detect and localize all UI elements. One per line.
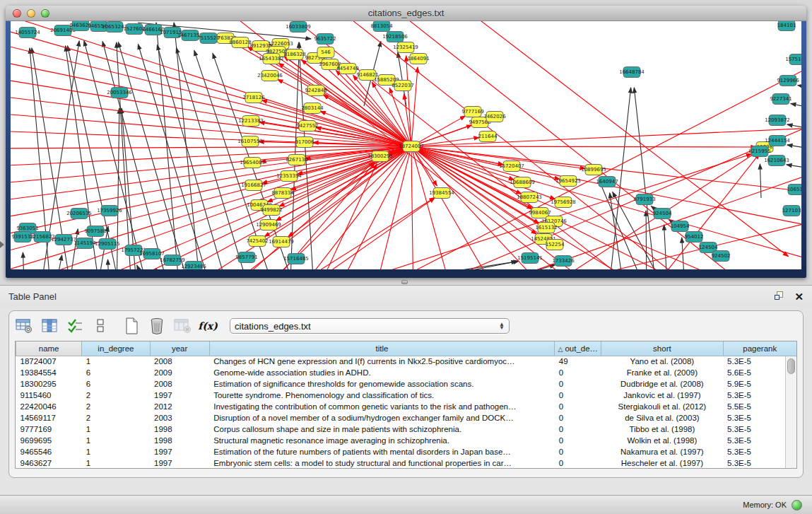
table-row[interactable]: 1830029562008Estimation of significance …	[16, 378, 797, 390]
network-node[interactable]: 9635722	[314, 34, 336, 45]
network-node[interactable]: 19166827	[241, 180, 266, 191]
network-node[interactable]: 17359926	[97, 206, 122, 216]
network-node[interactable]: 20206535	[66, 209, 92, 219]
network-node[interactable]: 8878334	[271, 188, 294, 199]
table-row[interactable]: 1872400712008Changes of HCN gene express…	[16, 356, 797, 367]
table-row[interactable]: 2242004622012Investigating the contribut…	[16, 401, 797, 412]
network-node[interactable]: 152254	[546, 240, 565, 250]
network-node[interactable]: 106510	[787, 185, 801, 195]
network-node[interactable]: 1733426	[552, 256, 575, 267]
network-node[interactable]: 9129966	[777, 76, 799, 86]
network-window[interactable]: citations_edges.txt 12213383161075531965…	[6, 6, 806, 278]
network-node[interactable]: 9242848	[305, 86, 326, 96]
scrollbar-thumb[interactable]	[787, 358, 795, 374]
float-window-icon[interactable]	[775, 291, 784, 301]
network-node[interactable]: 1615132	[535, 223, 557, 233]
network-node[interactable]: 8860128	[229, 37, 251, 48]
table-row[interactable]: 946554611997Estimation of the future num…	[16, 446, 797, 457]
network-node[interactable]: 12325419	[393, 42, 418, 53]
network-node[interactable]: 15751074	[785, 54, 801, 65]
memory-status-indicator[interactable]	[792, 500, 802, 510]
network-node[interactable]: 8813054	[370, 21, 393, 32]
network-node[interactable]: 127103	[782, 206, 801, 216]
delete-table-icon[interactable]	[148, 317, 166, 334]
network-node[interactable]: 14055724	[15, 28, 40, 38]
vertical-scrollbar[interactable]	[785, 356, 796, 468]
network-node[interactable]: 1640947	[596, 177, 618, 187]
network-node[interactable]: 7462026	[483, 112, 506, 122]
network-node[interactable]: 19654923	[555, 176, 581, 187]
window-titlebar[interactable]: citations_edges.txt	[6, 6, 806, 21]
network-node[interactable]: 1145194	[73, 238, 96, 249]
zoom-button[interactable]	[41, 9, 49, 18]
network-node[interactable]: 8791933	[633, 194, 655, 205]
column-header-title[interactable]: title	[209, 341, 555, 356]
network-node[interactable]: 546	[317, 47, 334, 58]
network-node[interactable]: 8454749	[336, 64, 358, 74]
network-node[interactable]: 12213383	[238, 116, 264, 127]
network-node[interactable]: 9227341	[770, 94, 792, 105]
network-node[interactable]: 16914479	[269, 237, 294, 247]
network-node[interactable]: 2718126	[242, 93, 265, 103]
network-node[interactable]: 211644	[478, 132, 498, 142]
column-header-year[interactable]: year	[150, 341, 209, 356]
network-node[interactable]: 9777169	[461, 107, 483, 117]
split-resize-grip[interactable]	[401, 280, 408, 284]
network-node[interactable]: 16107553	[237, 136, 263, 147]
network-node[interactable]: 1864091	[407, 54, 429, 64]
network-node[interactable]: 7425402	[246, 236, 268, 247]
network-node[interactable]: 23420046	[257, 71, 283, 81]
network-node[interactable]: 9427552	[296, 121, 318, 132]
network-node[interactable]: 9097588	[84, 226, 106, 237]
table-options-icon[interactable]	[15, 317, 33, 334]
network-canvas[interactable]: 1221338316107553196540831916682710046748…	[11, 21, 801, 269]
minimize-button[interactable]	[27, 9, 35, 18]
table-row[interactable]: 969969511998Structural magnetic resonanc…	[16, 435, 797, 446]
network-node[interactable]: 15195141	[517, 253, 543, 264]
network-node[interactable]: 9499822	[260, 205, 282, 216]
table-row[interactable]: 1938455462009Genome-wide association stu…	[16, 367, 797, 378]
table-row[interactable]: 911546021997Tourette syndrome. Phenomeno…	[16, 390, 797, 401]
new-table-icon[interactable]	[122, 317, 141, 334]
table-select-dropdown[interactable]: citations_edges.txt ▲▼	[230, 318, 510, 334]
select-columns-icon[interactable]	[66, 317, 84, 334]
column-header-short[interactable]: short	[601, 341, 723, 356]
network-node[interactable]: 8267130	[286, 155, 307, 165]
close-button[interactable]	[13, 9, 21, 18]
network-node[interactable]: 917006	[295, 137, 314, 148]
network-node[interactable]: 7515527	[197, 33, 219, 44]
network-node[interactable]: 104954	[671, 221, 690, 232]
column-header-pagerank[interactable]: pagerank	[723, 341, 796, 356]
row-height-icon[interactable]	[91, 317, 110, 334]
show-columns-icon[interactable]	[40, 317, 59, 334]
network-node[interactable]: 16648784	[619, 67, 645, 78]
network-node[interactable]: 954012	[685, 232, 704, 243]
network-node[interactable]: 924504	[653, 209, 672, 219]
function-builder-icon[interactable]: f(x)	[199, 317, 217, 334]
network-node[interactable]: 8215955	[748, 146, 770, 157]
network-node[interactable]: 12905115	[95, 239, 120, 250]
network-node[interactable]: 16033809	[286, 22, 311, 33]
network-node[interactable]: 15716485	[283, 254, 309, 264]
close-icon[interactable]: ✕	[794, 291, 804, 302]
network-node[interactable]: 2803144	[301, 103, 324, 114]
column-header-out_degree[interactable]: △out_de…	[555, 341, 601, 356]
network-node[interactable]: 924502	[712, 251, 731, 262]
network-node[interactable]: 16210643	[764, 156, 789, 166]
table-row[interactable]: 1456911722003Disruption of a novel membe…	[16, 412, 797, 424]
table-row[interactable]: 977716911998Corpus callosum shape and si…	[16, 424, 797, 435]
network-node[interactable]: 184101	[777, 21, 796, 31]
network-node[interactable]: 10688609	[510, 177, 535, 188]
network-node[interactable]: 12353394	[276, 171, 302, 182]
network-node[interactable]: 8186328	[283, 49, 305, 60]
network-node[interactable]: 19384554	[429, 188, 454, 199]
collapsed-panel-arrow-icon[interactable]	[0, 241, 4, 248]
column-header-name[interactable]: name	[16, 341, 82, 356]
network-node[interactable]: 8522037	[392, 81, 413, 91]
network-node[interactable]: 15720407	[499, 161, 524, 172]
network-node[interactable]: 19218506	[382, 32, 408, 42]
table-row[interactable]: 946362711997Embryonic stem cells: a mode…	[16, 457, 797, 469]
network-canvas-svg[interactable]: 1221338316107553196540831916682710046748…	[11, 21, 801, 269]
network-node[interactable]: 12093872	[765, 115, 790, 126]
network-node[interactable]: 20053346	[107, 88, 132, 98]
